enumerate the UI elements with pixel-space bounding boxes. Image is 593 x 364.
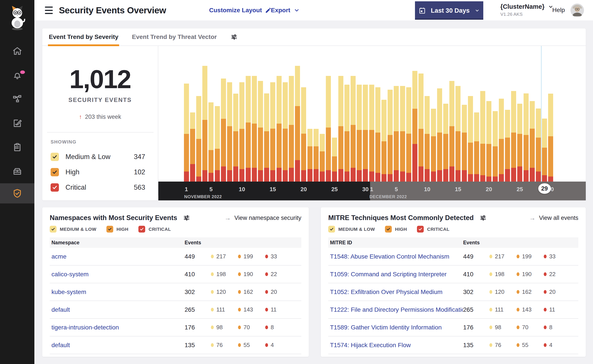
stacked-bar-nov-5[interactable] — [208, 102, 213, 182]
stacked-bar-nov-13[interactable] — [258, 81, 263, 182]
user-avatar[interactable] — [570, 4, 584, 17]
stacked-bar-dec-22[interactable] — [499, 99, 504, 182]
high-checkbox[interactable] — [51, 168, 59, 176]
mitre-technique-link[interactable]: T1059: Command and Scripting Interpreter — [330, 271, 463, 278]
stacked-bar-nov-26[interactable] — [338, 76, 343, 182]
high-checkbox[interactable] — [107, 226, 113, 233]
stacked-bar-dec-30[interactable] — [548, 94, 553, 182]
stacked-bar-dec-17[interactable] — [468, 96, 473, 182]
stacked-bar-nov-17[interactable] — [283, 82, 288, 182]
stacked-bar-nov-8[interactable] — [227, 82, 232, 182]
chip-medium_low[interactable]: MEDIUM & LOW — [328, 226, 375, 233]
customize-layout-button[interactable]: Customize Layout — [209, 7, 272, 14]
filter-settings-icon[interactable] — [230, 33, 238, 41]
stacked-bar-dec-15[interactable] — [455, 86, 460, 182]
namespace-link[interactable]: tigera-intrusion-detection — [52, 324, 185, 331]
filter-settings-icon[interactable] — [479, 214, 487, 221]
critical-checkbox[interactable] — [417, 226, 424, 233]
stacked-bar-dec-11[interactable] — [431, 109, 436, 182]
namespace-link[interactable]: default — [52, 342, 185, 349]
stacked-bar-nov-7[interactable] — [221, 78, 226, 182]
chip-medium_low[interactable]: MEDIUM & LOW — [50, 226, 96, 233]
medium-low-checkbox[interactable] — [328, 226, 335, 233]
stacked-bar-dec-28[interactable] — [536, 109, 541, 182]
sidebar-item-policies[interactable] — [0, 111, 34, 135]
stacked-bar-dec-24[interactable] — [511, 91, 516, 182]
stacked-bar-dec-12[interactable] — [437, 88, 442, 182]
stacked-bar-dec-6[interactable] — [400, 86, 405, 182]
medium-low-checkbox[interactable] — [50, 226, 56, 233]
stacked-bar-nov-24[interactable] — [326, 76, 331, 182]
stacked-bar-dec-10[interactable] — [425, 96, 430, 182]
critical-checkbox[interactable] — [138, 226, 145, 233]
filter-settings-icon[interactable] — [183, 214, 190, 221]
mitre-technique-link[interactable]: T1574: Hijack Execution Flow — [330, 342, 463, 349]
stacked-bar-nov-6[interactable] — [215, 106, 220, 182]
severity-filter-high[interactable]: High102 — [42, 164, 158, 180]
stacked-bar-nov-11[interactable] — [246, 76, 251, 182]
stacked-bar-dec-27[interactable] — [530, 101, 535, 182]
stacked-bar-nov-20[interactable] — [301, 87, 306, 182]
stacked-bar-dec-1[interactable] — [369, 85, 374, 182]
stacked-bar-nov-27[interactable] — [345, 85, 349, 182]
stacked-bar-dec-5[interactable] — [394, 86, 399, 182]
high-checkbox[interactable] — [385, 226, 392, 233]
export-button[interactable]: Export — [271, 7, 300, 14]
stacked-bar-nov-25[interactable] — [332, 138, 337, 182]
stacked-bar-dec-14[interactable] — [449, 81, 454, 182]
stacked-bar-dec-13[interactable] — [443, 104, 448, 182]
stacked-bar-dec-7[interactable] — [406, 87, 411, 182]
stacked-bar-dec-18[interactable] — [474, 112, 479, 182]
stacked-bar-nov-2[interactable] — [190, 112, 195, 182]
mitre-technique-link[interactable]: T1548: Abuse Elevation Control Mechanism — [330, 253, 463, 260]
stacked-bar-dec-29[interactable] — [542, 118, 547, 182]
stacked-bar-nov-18[interactable] — [289, 76, 294, 182]
namespace-link[interactable]: acme — [52, 253, 185, 260]
stacked-bar-nov-29[interactable] — [357, 85, 362, 182]
stacked-bar-dec-23[interactable] — [505, 110, 510, 182]
stacked-bar-dec-21[interactable] — [493, 111, 498, 182]
mitre-technique-link[interactable]: T1222: File and Directory Permissions Mo… — [330, 306, 463, 313]
calico-cat-logo[interactable] — [0, 0, 34, 33]
view-namespace-security-link[interactable]: → View namespace security — [225, 214, 301, 221]
stacked-bar-dec-4[interactable] — [388, 90, 393, 182]
stacked-bar-nov-14[interactable] — [264, 93, 269, 182]
stacked-bar-nov-19[interactable] — [295, 66, 300, 182]
stacked-bar-nov-28[interactable] — [351, 76, 356, 182]
stacked-bar-dec-3[interactable] — [381, 100, 386, 182]
cluster-selector[interactable]: {ClusterName} V1.26 AKS — [500, 3, 553, 17]
sidebar-item-home[interactable] — [0, 39, 34, 63]
stacked-bar-dec-2[interactable] — [375, 87, 380, 182]
sidebar-item-alerts[interactable] — [0, 63, 34, 87]
stacked-bar-nov-10[interactable] — [239, 82, 244, 182]
stacked-bar-nov-21[interactable] — [307, 129, 313, 182]
severity-filter-medium_low[interactable]: Medium & Low347 — [42, 149, 158, 164]
critical-checkbox[interactable] — [51, 183, 59, 192]
chip-high[interactable]: HIGH — [107, 226, 128, 233]
view-all-events-link[interactable]: → View all events — [529, 214, 578, 221]
stacked-bar-nov-9[interactable] — [233, 94, 238, 182]
stacked-bar-dec-26[interactable] — [524, 93, 529, 182]
stacked-bar-nov-23[interactable] — [320, 134, 325, 182]
namespace-link[interactable]: calico-system — [52, 271, 185, 278]
tab-event-trend-by-severity[interactable]: Event Trend by Severity — [49, 28, 118, 46]
sidebar-item-compliance[interactable] — [0, 135, 34, 159]
stacked-bar-nov-30[interactable] — [363, 85, 368, 182]
chip-critical[interactable]: CRITICAL — [417, 226, 449, 233]
help-link[interactable]: Help — [552, 6, 565, 13]
date-range-button[interactable]: Last 30 Days — [415, 1, 483, 20]
chip-critical[interactable]: CRITICAL — [138, 226, 171, 233]
tab-event-trend-by-threat-vector[interactable]: Event Trend by Threat Vector — [132, 28, 217, 46]
menu-toggle-button[interactable] — [45, 6, 53, 14]
namespace-link[interactable]: default — [52, 306, 185, 313]
stacked-bar-dec-25[interactable] — [517, 104, 522, 182]
sidebar-item-image-assurance[interactable] — [0, 159, 34, 183]
stacked-bar-nov-15[interactable] — [270, 82, 275, 182]
stacked-bar-dec-19[interactable] — [480, 91, 485, 182]
chart-x-axis[interactable]: 151015202530NOVEMBER 2022151015202530DEC… — [158, 182, 586, 200]
stacked-bar-nov-12[interactable] — [252, 76, 257, 182]
namespace-link[interactable]: kube-system — [52, 289, 185, 296]
stacked-bar-nov-22[interactable] — [313, 129, 319, 182]
stacked-bar-nov-16[interactable] — [277, 76, 282, 182]
stacked-bar-dec-9[interactable] — [419, 73, 424, 182]
